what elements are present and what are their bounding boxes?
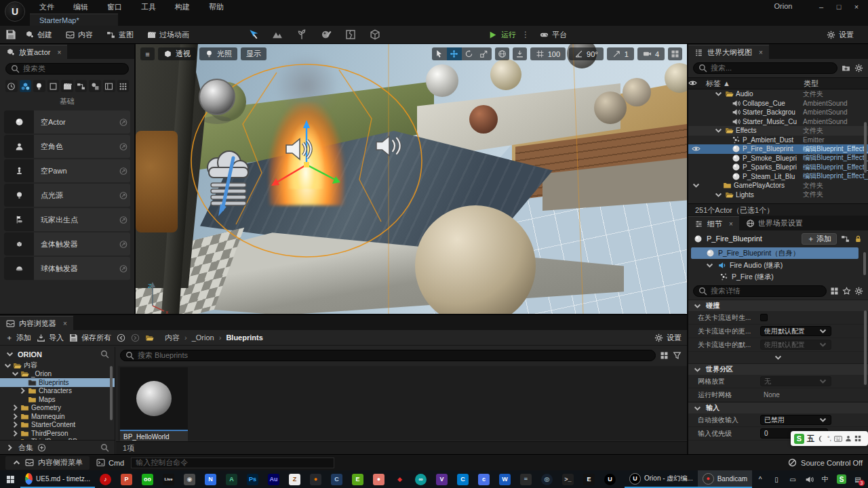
content-drawer-button[interactable]: 内容侧滑菜单 <box>5 456 90 470</box>
atmosphere-sprite-cloud[interactable] <box>208 151 248 216</box>
taskbar-netease-music[interactable]: ♪ <box>95 470 116 488</box>
menu-item[interactable]: 帮助 <box>201 1 232 14</box>
cb-settings-button[interactable]: 设置 <box>654 333 682 343</box>
taskbar-steam[interactable]: ◎ <box>536 470 557 488</box>
outliner-scrollbar[interactable] <box>864 122 867 173</box>
dropdown[interactable]: 使用默认配置 <box>760 326 831 336</box>
chevron-right-icon[interactable] <box>5 443 14 452</box>
outliner-settings-icon[interactable] <box>854 64 863 73</box>
component-row[interactable]: P_Fire (继承) <box>688 271 868 283</box>
console-input[interactable]: 输入控制台命令 <box>131 458 334 468</box>
place-category-nodes[interactable] <box>75 80 87 92</box>
viewport-canvas[interactable]: Z x ≡ 透视 光照 显示 100 90° 1 4 <box>136 44 687 314</box>
place-category-cubes[interactable] <box>20 80 32 92</box>
place-actor-item[interactable]: 点光源 <box>4 184 130 207</box>
edit-blueprint-link[interactable]: 编辑Blueprint_Effect_Sparks <box>803 163 868 172</box>
taskbar-unreal[interactable]: U <box>599 470 620 488</box>
details-tab[interactable]: 细节 × <box>688 216 739 230</box>
outliner-row[interactable]: Starter_BackgrouAmbientSound <box>688 108 868 117</box>
taskbar-powerpoint[interactable]: P <box>116 470 137 488</box>
menu-item[interactable]: 工具 <box>133 1 164 14</box>
component-row[interactable]: Fire Audio (继承) <box>688 260 868 271</box>
save-icon[interactable] <box>5 29 16 40</box>
section-header[interactable]: 输入 <box>688 402 868 413</box>
tray-display[interactable]: ▭ <box>785 470 800 488</box>
tray-expand[interactable]: ^ <box>753 470 768 488</box>
outliner-row[interactable]: Effects文件夹 <box>688 126 868 136</box>
landscape-mode-button[interactable] <box>270 28 285 41</box>
folder-tree-item[interactable]: Characters <box>0 387 115 396</box>
filter-icon[interactable] <box>673 351 682 360</box>
add-button[interactable]: ＋添加 <box>5 333 31 343</box>
maximize-button[interactable]: □ <box>830 0 848 13</box>
breadcrumb-item[interactable]: 内容 <box>165 333 180 343</box>
grab-icon[interactable] <box>117 240 130 249</box>
ime-mode-label[interactable]: 五 <box>807 434 814 444</box>
taskbar-audition[interactable]: Au <box>263 470 284 488</box>
place-category-clapper[interactable] <box>61 80 73 92</box>
outliner-row[interactable]: P_Smoke_Bluepri编辑Blueprint_Effect_Smoke <box>688 154 868 163</box>
taskbar-calculator[interactable]: = <box>515 470 536 488</box>
ime-toolbar[interactable]: S 五 °, <box>791 431 868 446</box>
move-tool-icon[interactable] <box>447 47 462 60</box>
foliage-mode-button[interactable] <box>294 28 309 41</box>
taskbar-terminal[interactable]: >_ <box>557 470 578 488</box>
taskbar-orion-task[interactable]: U Orion - 虚幻编... <box>625 470 698 488</box>
edit-blueprint-link[interactable]: 编辑Blueprint_Effect_Smoke <box>803 153 868 163</box>
add-component-button[interactable]: ＋添加 <box>802 233 837 245</box>
place-actor-item[interactable]: 玩家出生点 <box>4 208 130 231</box>
grab-icon[interactable] <box>117 118 130 127</box>
section-header[interactable]: 碰撞 <box>688 300 868 311</box>
level-tab[interactable]: StarterMap* <box>30 14 118 26</box>
view-options-icon[interactable] <box>660 351 669 360</box>
taskbar-notes[interactable]: N <box>200 470 221 488</box>
close-icon[interactable]: × <box>57 49 61 56</box>
new-folder-icon[interactable] <box>842 64 850 73</box>
quad-view-icon[interactable] <box>668 47 682 60</box>
outliner-tab[interactable]: 世界大纲视图 × <box>688 45 769 59</box>
content-button[interactable]: 内容 <box>61 28 98 42</box>
import-button[interactable]: 导入 <box>37 333 64 343</box>
breadcrumb-item[interactable]: _Orion <box>192 333 214 342</box>
folder-tree-item[interactable]: Mannequin <box>0 412 115 421</box>
select-tool-icon[interactable] <box>432 47 447 60</box>
checkbox[interactable] <box>760 314 768 321</box>
start-button[interactable] <box>0 470 20 488</box>
scale-tool-icon[interactable] <box>477 47 492 60</box>
folder-tree-item[interactable]: _Orion <box>0 370 115 379</box>
settings-button[interactable]: 设置 <box>822 28 859 42</box>
back-icon[interactable] <box>117 333 125 342</box>
tray-ime[interactable]: 中 <box>818 470 833 488</box>
play-options-icon[interactable]: ⋮ <box>520 30 531 39</box>
folder-tree-item[interactable]: StarterContent <box>0 421 115 430</box>
mesh-paint-mode-button[interactable] <box>319 28 334 41</box>
visibility-column-icon[interactable] <box>688 79 697 87</box>
dropdown[interactable]: 已禁用 <box>760 415 831 425</box>
world-settings-tab[interactable]: 世界场景设置 <box>739 216 810 230</box>
details-scrollbar[interactable] <box>864 310 867 385</box>
lit-dropdown[interactable]: 光照 <box>199 47 237 60</box>
blueprint-button[interactable]: 蓝图 <box>102 28 138 42</box>
search-icon[interactable] <box>100 350 109 359</box>
search-icon[interactable] <box>100 443 109 452</box>
moon-icon[interactable] <box>817 435 825 443</box>
taskbar-live[interactable]: Live <box>158 470 179 488</box>
outliner-row[interactable]: P_Sparks_Bluepri编辑Blueprint_Effect_Spark… <box>688 163 868 172</box>
close-icon[interactable]: × <box>63 320 67 327</box>
add-collection-icon[interactable] <box>37 443 46 452</box>
place-actor-item[interactable]: 盒体触发器 <box>4 232 130 256</box>
taskbar-diamond-app[interactable]: ◆ <box>389 470 410 488</box>
place-category-bulb[interactable] <box>33 80 45 92</box>
content-browser-tab[interactable]: 内容浏览器 × <box>0 316 73 330</box>
perspective-dropdown[interactable]: 透视 <box>158 47 196 60</box>
cinematics-button[interactable]: 过场动画 <box>142 28 194 42</box>
place-category-box[interactable] <box>47 80 60 92</box>
tray-volume[interactable] <box>802 470 816 488</box>
place-search-input[interactable]: 搜索类 <box>5 63 129 75</box>
asset-search-input[interactable]: 搜索 Blueprints <box>120 350 656 361</box>
details-search-input[interactable]: 搜索详情 <box>693 285 827 297</box>
taskbar-chrome-task[interactable]: . UE5.md - timetz... <box>20 470 95 488</box>
taskbar-a-app[interactable]: A <box>221 470 242 488</box>
minimize-button[interactable]: – <box>812 0 830 13</box>
folder-tree-item[interactable]: Geometry <box>0 404 115 413</box>
